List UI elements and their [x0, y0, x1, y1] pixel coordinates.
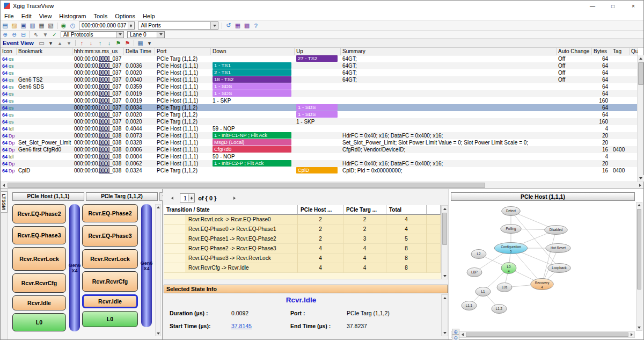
zoom-fit-icon[interactable]: ⊟ — [19, 31, 28, 38]
column-header-summary[interactable]: Summary — [341, 48, 557, 55]
ltssm-state-rcvr-eq-phase2[interactable]: Rcvr.EQ-Phase2 — [82, 204, 138, 222]
protocols-dropdown[interactable]: All Protocols — [61, 31, 124, 38]
ltssm-targ-header[interactable]: PCIe Targ (1,1,2) — [86, 192, 158, 201]
scroll-up-icon[interactable] — [442, 295, 448, 301]
diagram-hscrollbar[interactable]: ⊕⊖ — [451, 331, 635, 338]
state-node-lbp[interactable]: LBP — [467, 268, 482, 277]
trace-row[interactable]: 64os000:00:00.000_0370.0019PCIe Host (1,… — [1, 97, 638, 104]
column-header-icon[interactable]: Icon — [1, 48, 17, 55]
trace-hscrollbar[interactable] — [1, 182, 643, 189]
column-header-delta-time[interactable]: Delta Time — [124, 48, 155, 55]
page-spinner[interactable]: 1 — [180, 193, 195, 202]
filter-icon[interactable]: ▼ — [41, 31, 50, 38]
ltssm-state-rcvr-rcvrlock[interactable]: Rcvr.RcvrLock — [82, 249, 138, 269]
transition-row[interactable]: Rcvr.EQ-Phase0 -> Rcvr.EQ-Phase1224 — [164, 225, 441, 234]
zoom-in-icon[interactable]: ⊕ — [452, 329, 459, 335]
ltssm-state-rcvr-rcvrlock[interactable]: Rcvr.RcvrLock — [12, 247, 66, 271]
scroll-right-icon[interactable] — [631, 333, 633, 336]
prev-error-icon[interactable]: ↑ — [77, 39, 86, 47]
menu-file[interactable]: File — [1, 11, 18, 21]
state-node-l1-1[interactable]: L1.1 — [462, 301, 477, 310]
menu-tools[interactable]: Tools — [90, 11, 111, 21]
column-header-qu[interactable]: Qu — [630, 48, 638, 55]
state-node-l2[interactable]: L2 — [471, 250, 486, 259]
page-spinner-arrows[interactable] — [188, 194, 194, 201]
scroll-up-icon[interactable] — [442, 206, 448, 212]
column-header-hhh-mm-ss-ms-us[interactable]: hhh:mm:ss.ms_us — [72, 48, 124, 55]
tab-ltssm[interactable]: LTSSM — [1, 191, 8, 213]
scrollbar-thumb[interactable] — [638, 62, 643, 85]
menu-edit[interactable]: Edit — [18, 11, 35, 21]
ports-dropdown[interactable]: All Ports — [138, 21, 218, 30]
window-purple2-icon[interactable]: ▩ — [242, 21, 251, 30]
ltssm-state-l0[interactable]: L0 — [82, 311, 138, 327]
trace-row[interactable]: 64Idl000:00:00.000_0380.0004PCIe Host (1… — [1, 153, 638, 160]
state-node-l0[interactable]: L04 — [501, 263, 516, 274]
scroll-up-icon[interactable] — [638, 55, 644, 62]
scrollbar-thumb[interactable] — [637, 209, 641, 290]
columns-icon[interactable]: ▦ — [136, 39, 145, 47]
state-node-recovery[interactable]: Recovery4 — [531, 279, 553, 290]
trace-row[interactable]: 64Dp000:00:00.000_0380.0062PCIe Host (1,… — [1, 160, 638, 167]
clock-icon[interactable]: ◷ — [68, 21, 77, 30]
trace-row[interactable]: 64os000:00:00.000_037PCIe Targ (1,1,2)27… — [1, 55, 638, 62]
menu-view[interactable]: View — [35, 11, 56, 21]
scroll-down-icon[interactable] — [636, 325, 642, 330]
select-icon[interactable]: ⇖ — [32, 31, 41, 38]
trace-row[interactable]: 64os000:00:00.000_0370.0020PCIe Targ (1,… — [1, 118, 638, 125]
ltssm-state-rcvr-eq-phase3[interactable]: Rcvr.EQ-Phase3 — [82, 225, 138, 247]
minimize-button[interactable]: — — [582, 1, 603, 11]
zoom-in-icon[interactable]: ⊕ — [1, 31, 10, 38]
page-prev-icon[interactable] — [168, 194, 177, 202]
ltssm-state-rcvr-idle[interactable]: Rcvr.Idle — [82, 294, 138, 308]
zoom-out-icon[interactable]: ⊖ — [10, 31, 19, 38]
transition-row[interactable]: Rcvr.EQ-Phase2 -> Rcvr.EQ-Phase3448 — [164, 244, 441, 254]
page-next-icon[interactable] — [230, 194, 239, 202]
start-time-link[interactable]: 37.8145 — [231, 323, 252, 329]
state-node-disabled[interactable]: Disabled — [545, 226, 567, 235]
scroll-down-icon[interactable] — [442, 330, 448, 336]
next-error-icon[interactable]: ↓ — [86, 39, 96, 47]
scrollbar-thumb[interactable] — [442, 213, 447, 245]
ltssm-host-header[interactable]: PCIe Host (1,1,1) — [12, 192, 84, 201]
transition-column-pcie-host-[interactable]: PCIe Host ... — [298, 205, 343, 215]
trace-row[interactable]: 64os000:00:00.000_0370.0034PCIe Targ (1,… — [1, 104, 638, 111]
export-icon[interactable]: ▧ — [46, 21, 55, 30]
ltssm-state-rcvr-idle[interactable]: Rcvr.Idle — [12, 295, 66, 310]
trace-row[interactable]: 64DpGen6 first CfgRd0000:00:00.000_0380.… — [1, 146, 638, 153]
state-node-configuration[interactable]: Configuration5 — [494, 243, 527, 254]
menu-help[interactable]: Help — [139, 11, 159, 21]
menu-options[interactable]: Options — [111, 11, 139, 21]
scroll-up-icon[interactable] — [636, 202, 642, 208]
transition-row[interactable]: Rcvr.RcvrCfg -> Rcvr.Idle448 — [164, 263, 441, 273]
ltssm-state-l0[interactable]: L0 — [12, 313, 66, 331]
state-node-l1[interactable]: L1 — [475, 287, 491, 296]
transition-row[interactable]: Rcvr.EQ-Phase1 -> Rcvr.EQ-Phase2235 — [164, 234, 441, 244]
column-header-tag[interactable]: Tag — [611, 48, 630, 55]
trace-row[interactable]: 64Idl000:00:00.000_0380.4044PCIe Host (1… — [1, 125, 638, 132]
info-vscrollbar[interactable] — [441, 294, 448, 336]
trace-row[interactable]: 64DpCplD000:00:00.000_0380.0324PCIe Targ… — [1, 167, 638, 174]
state-node-l0s[interactable]: L0s — [497, 283, 512, 292]
trace-row[interactable]: 64osGen6 TS2000:00:00.000_0370.0040PCIe … — [1, 76, 638, 83]
menu-histogram[interactable]: Histogram — [55, 11, 90, 21]
ltssm-state-rcvr-rcvrcfg[interactable]: Rcvr.RcvrCfg — [12, 273, 66, 293]
new-file-icon[interactable]: ▤ — [1, 21, 10, 30]
dropdown-icon[interactable]: ▾ — [46, 39, 55, 47]
ltssm-state-rcvr-rcvrcfg[interactable]: Rcvr.RcvrCfg — [82, 271, 138, 292]
close-button[interactable]: × — [623, 1, 643, 11]
pane-icon[interactable]: ▭ — [37, 39, 46, 47]
scroll-down-icon[interactable] — [638, 175, 644, 182]
next-trigger-icon[interactable]: ↓ — [105, 39, 114, 47]
columns-dropdown-icon[interactable]: ▾ — [145, 39, 154, 47]
column-header-bytes[interactable]: Bytes — [592, 48, 611, 55]
trace-row[interactable]: 64osGen6 SDS000:00:00.000_0370.0359PCIe … — [1, 83, 638, 90]
help-icon[interactable]: ? — [251, 21, 260, 30]
trace-row[interactable]: 64os000:00:00.000_0370.0020PCIe Host (1,… — [1, 69, 638, 76]
scroll-up-icon[interactable] — [156, 205, 160, 209]
state-node-hot-reset[interactable]: Hot Reset — [546, 244, 570, 253]
state-node-detect[interactable]: Detect — [502, 207, 521, 216]
lane-dropdown[interactable]: Lane 0 — [127, 31, 165, 38]
column-header-up[interactable]: Up — [295, 48, 341, 55]
column-header-bookmark[interactable]: Bookmark — [17, 48, 72, 55]
